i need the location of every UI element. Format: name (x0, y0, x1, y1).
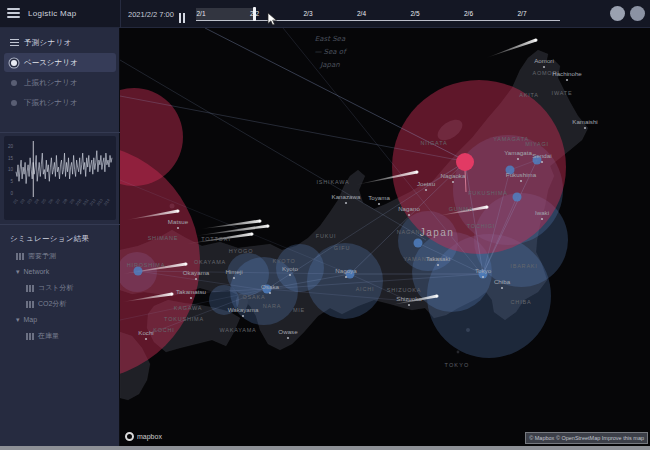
timeline-slider[interactable]: 2/12/22/32/42/52/62/7 (196, 0, 560, 28)
city-label: Yamagata (504, 149, 532, 156)
prefecture-label: ISHIKAWA (317, 179, 350, 185)
results-item[interactable]: 需要予測 (0, 248, 120, 264)
prefecture-label: TOCHIGI (467, 223, 495, 229)
list-icon (10, 39, 19, 47)
prefecture-label: HYOGO (229, 248, 253, 254)
results-item[interactable]: 在庫量 (0, 328, 120, 344)
settings-button[interactable] (630, 6, 645, 21)
results-item-label: 需要予測 (28, 248, 56, 264)
sidebar: 予測シナリオ ベースシナリオ上振れシナリオ下振れシナリオ 201510502/1… (0, 28, 120, 450)
results-item[interactable]: CO2分析 (0, 296, 120, 312)
city-label: Hachinohe (552, 70, 582, 77)
city-label: Nagaoka (441, 172, 466, 179)
mapbox-logo-text: mapbox (137, 433, 162, 440)
svg-text:2/12: 2/12 (89, 198, 97, 206)
mapbox-logo-icon (125, 432, 134, 441)
city-label: Himeji (225, 268, 242, 275)
results-item-label: Network (24, 264, 50, 280)
svg-text:2/5: 2/5 (41, 198, 47, 205)
results-item[interactable]: コスト分析 (0, 280, 120, 296)
chart-icon (26, 301, 34, 308)
prefecture-label: OKAYAMA (194, 259, 226, 265)
scenario-option[interactable]: 上振れシナリオ (4, 73, 116, 92)
prefecture-label: MIYAGI (525, 141, 549, 147)
chart-icon (26, 285, 34, 292)
city-label: Iwaki (535, 209, 549, 216)
svg-text:2/6: 2/6 (48, 198, 54, 205)
city-label: Joetsu (417, 180, 436, 187)
sea-label: East Sea (315, 35, 346, 43)
prefecture-label: OSAKA (243, 294, 266, 300)
city-label: Kamaishi (572, 118, 597, 125)
sidebar-divider (0, 132, 120, 133)
city-label: Kyoto (282, 265, 298, 272)
prefecture-label: HIROSHIMA (127, 262, 165, 268)
radio-icon (11, 100, 17, 106)
svg-text:2/2: 2/2 (20, 198, 26, 205)
results-item-label: 在庫量 (38, 328, 59, 344)
results-section-title: シミュレーション結果 (10, 234, 89, 244)
flow-streak (486, 39, 537, 58)
user-button[interactable] (610, 6, 625, 21)
svg-text:15: 15 (8, 156, 14, 161)
prefecture-label: TOTTORI (201, 236, 231, 242)
hamburger-icon[interactable] (7, 8, 20, 20)
results-item-label: CO2分析 (38, 296, 66, 312)
forecast-chart-panel: 201510502/12/22/32/42/52/62/72/82/92/102… (4, 136, 116, 220)
timeline-date: 2021/2/2 7:00 (128, 10, 174, 19)
prefecture-label: IWATE (552, 90, 573, 96)
timeline-tick[interactable]: 2/1 (196, 10, 205, 17)
map-canvas[interactable]: SHIMANETOTTORIHIROSHIMAOKAYAMAHYOGOKYOTO… (120, 28, 650, 450)
sidebar-divider (0, 224, 120, 225)
prefecture-label: GIFU (334, 245, 350, 251)
svg-text:2/10: 2/10 (75, 198, 83, 206)
svg-text:2/14: 2/14 (103, 198, 111, 206)
prefecture-label: NARA (263, 303, 281, 309)
scenario-section-title: 予測シナリオ (24, 38, 72, 48)
scenario-list: ベースシナリオ上振れシナリオ下振れシナリオ (0, 52, 120, 113)
prefecture-label: TOKUSHIMA (164, 316, 204, 322)
pause-button[interactable] (179, 9, 187, 19)
timeline-handle[interactable] (253, 7, 256, 21)
chart-icon (26, 333, 34, 340)
timeline-tick[interactable]: 2/7 (517, 10, 526, 17)
prefecture-label: NIIGATA (421, 140, 448, 146)
city-label: Takasaki (426, 255, 450, 262)
city-label: Fukushima (506, 171, 537, 178)
city-label: Aomori (534, 57, 554, 64)
mapbox-logo[interactable]: mapbox (125, 432, 162, 441)
scenario-option-label: 下振れシナリオ (24, 98, 77, 107)
chart-icon (16, 253, 24, 260)
timeline-tick[interactable]: 2/3 (303, 10, 312, 17)
app-title: Logistic Map (28, 9, 77, 18)
network-node[interactable] (414, 239, 423, 248)
svg-text:2/11: 2/11 (82, 198, 89, 206)
prefecture-label: IBARAKI (510, 263, 537, 269)
sea-label: — Sea of (314, 48, 347, 56)
map-attribution[interactable]: © Mapbox © OpenStreetMap Improve this ma… (525, 432, 648, 444)
scenario-option[interactable]: 下振れシナリオ (4, 93, 116, 112)
city-label: Toyama (368, 194, 390, 201)
timeline-tick[interactable]: 2/4 (357, 10, 366, 17)
prefecture-label: YAMAGATA (493, 136, 529, 142)
results-item[interactable]: ▾Network (0, 264, 120, 280)
top-bar: Logistic Map 2021/2/2 7:00 2/12/22/32/42… (0, 0, 650, 28)
sea-label: Japan (319, 61, 340, 69)
bottom-scrollbar[interactable] (0, 446, 650, 450)
prefecture-label: FUKUSHIMA (468, 190, 508, 196)
svg-text:2/3: 2/3 (27, 198, 33, 205)
prefecture-label: KYOTO (272, 258, 295, 264)
topbar-divider (120, 0, 121, 28)
results-item[interactable]: ▾Map (0, 312, 120, 328)
selected-node-pin[interactable] (456, 153, 474, 171)
caret-icon: ▾ (16, 264, 20, 280)
results-list: 需要予測▾Networkコスト分析CO2分析▾Map在庫量 (0, 248, 120, 344)
svg-text:2/8: 2/8 (62, 198, 68, 205)
timeline-tick[interactable]: 2/5 (410, 10, 419, 17)
timeline-tick[interactable]: 2/6 (464, 10, 473, 17)
city-label: Wakayama (228, 306, 259, 313)
network-node[interactable] (513, 193, 522, 202)
city-label: Nagoya (335, 267, 357, 274)
scenario-option[interactable]: ベースシナリオ (4, 53, 116, 72)
results-item-label: コスト分析 (38, 280, 74, 296)
